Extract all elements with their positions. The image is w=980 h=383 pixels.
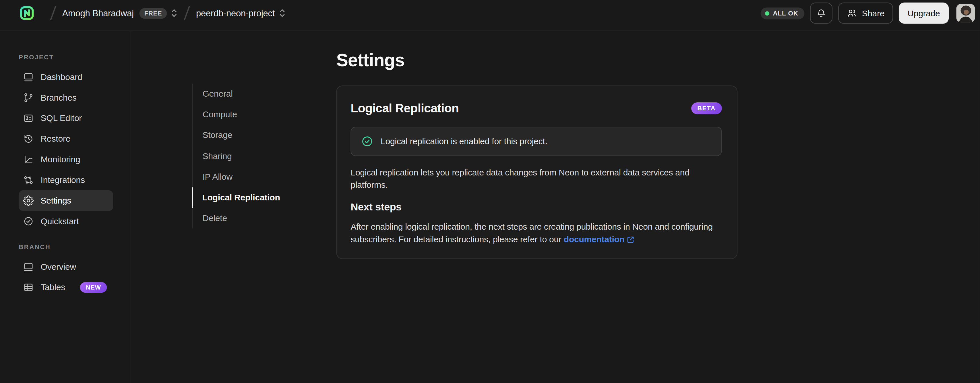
- bell-icon: [816, 8, 826, 18]
- settings-nav-compute[interactable]: Compute: [192, 104, 280, 125]
- breadcrumb-slash: [184, 6, 190, 21]
- settings-nav-logical-replication[interactable]: Logical Replication: [192, 187, 280, 208]
- sidebar-section-branch: BRANCH: [19, 244, 122, 250]
- settings-nav-general[interactable]: General: [192, 84, 280, 104]
- breadcrumb: Amogh Bharadwaj FREE peerdb-neon-project: [19, 5, 285, 21]
- sidebar-item-dashboard[interactable]: Dashboard: [19, 67, 113, 87]
- card-title: Logical Replication: [350, 101, 459, 116]
- external-link-icon: [627, 236, 635, 243]
- settings-nav-delete[interactable]: Delete: [192, 208, 280, 228]
- sidebar-item-label: Quickstart: [41, 217, 79, 226]
- integrations-icon: [23, 175, 34, 185]
- settings-subnav: General Compute Storage Sharing IP Allow…: [192, 84, 280, 229]
- app-window: Amogh Bharadwaj FREE peerdb-neon-project: [0, 0, 980, 383]
- sidebar-item-label: Overview: [41, 262, 76, 272]
- dashboard-icon: [23, 72, 34, 82]
- breadcrumb-slash: [50, 6, 56, 21]
- sidebar-section-project: PROJECT: [19, 54, 122, 60]
- sidebar-item-settings[interactable]: Settings: [19, 190, 113, 211]
- sidebar-item-branches[interactable]: Branches: [19, 87, 113, 108]
- description-text: Logical replication lets you replicate d…: [350, 166, 722, 192]
- logical-replication-card: Logical Replication BETA Logical replica…: [336, 85, 737, 259]
- share-label: Share: [862, 8, 885, 18]
- sidebar-item-integrations[interactable]: Integrations: [19, 170, 113, 190]
- sidebar-item-label: SQL Editor: [41, 114, 82, 123]
- page-title: Settings: [336, 50, 404, 71]
- overview-window-icon: [23, 261, 34, 272]
- sidebar-item-label: Integrations: [41, 176, 85, 185]
- sidebar-item-monitoring[interactable]: Monitoring: [19, 149, 113, 170]
- sidebar-item-label: Monitoring: [41, 155, 80, 164]
- settings-nav-sharing[interactable]: Sharing: [192, 146, 280, 166]
- success-banner: Logical replication is enabled for this …: [350, 127, 722, 156]
- table-grid-icon: [23, 282, 34, 293]
- org-switcher[interactable]: Amogh Bharadwaj FREE: [62, 8, 178, 18]
- sidebar-item-sql-editor[interactable]: SQL Editor: [19, 108, 113, 129]
- sidebar-item-tables[interactable]: Tables NEW: [19, 277, 113, 298]
- sidebar: PROJECT Dashboard Branches: [0, 31, 131, 383]
- org-name: Amogh Bharadwaj: [62, 8, 134, 18]
- chevron-up-down-icon: [278, 8, 285, 18]
- restore-history-icon: [23, 134, 34, 144]
- sidebar-item-label: Tables: [41, 283, 65, 292]
- sidebar-project-list: Dashboard Branches: [19, 67, 122, 232]
- sidebar-item-label: Settings: [41, 196, 72, 206]
- status-dot-icon: [765, 11, 769, 15]
- free-plan-badge: FREE: [139, 8, 167, 18]
- gear-icon: [23, 195, 34, 206]
- chevron-up-down-icon: [171, 8, 178, 18]
- documentation-link[interactable]: documentation: [564, 235, 625, 244]
- success-check-icon: [361, 135, 373, 147]
- next-steps-text-span: After enabling logical replication, the …: [350, 222, 713, 244]
- sidebar-item-label: Dashboard: [41, 73, 83, 82]
- settings-nav-storage[interactable]: Storage: [192, 125, 280, 146]
- next-steps-text: After enabling logical replication, the …: [350, 221, 722, 246]
- system-status-pill[interactable]: ALL OK: [760, 7, 805, 19]
- monitoring-chart-icon: [23, 154, 34, 165]
- sidebar-item-overview[interactable]: Overview: [19, 256, 113, 277]
- git-branch-icon: [23, 92, 34, 103]
- new-badge: NEW: [80, 282, 107, 293]
- next-steps-title: Next steps: [350, 201, 722, 213]
- project-switcher[interactable]: peerdb-neon-project: [196, 8, 285, 18]
- sql-editor-icon: [23, 113, 34, 123]
- sidebar-item-label: Branches: [41, 93, 76, 102]
- neon-logo-icon[interactable]: [19, 5, 35, 21]
- sidebar-item-label: Restore: [41, 134, 71, 144]
- beta-badge: BETA: [691, 102, 722, 114]
- card-header: Logical Replication BETA: [350, 101, 722, 116]
- upgrade-button[interactable]: Upgrade: [899, 3, 949, 24]
- share-button[interactable]: Share: [838, 3, 893, 24]
- sidebar-item-quickstart[interactable]: Quickstart: [19, 211, 113, 232]
- user-avatar[interactable]: [956, 4, 975, 22]
- notifications-button[interactable]: [810, 3, 832, 24]
- topbar-actions: ALL OK: [760, 3, 975, 24]
- sidebar-item-restore[interactable]: Restore: [19, 129, 113, 149]
- users-icon: [847, 8, 857, 18]
- status-label: ALL OK: [773, 10, 798, 17]
- project-name: peerdb-neon-project: [196, 8, 275, 18]
- settings-nav-ip-allow[interactable]: IP Allow: [192, 166, 280, 187]
- check-circle-icon: [23, 216, 34, 226]
- sidebar-branch-list: Overview Tables NEW: [19, 256, 122, 298]
- banner-text: Logical replication is enabled for this …: [381, 137, 547, 146]
- top-bar: Amogh Bharadwaj FREE peerdb-neon-project: [0, 0, 980, 31]
